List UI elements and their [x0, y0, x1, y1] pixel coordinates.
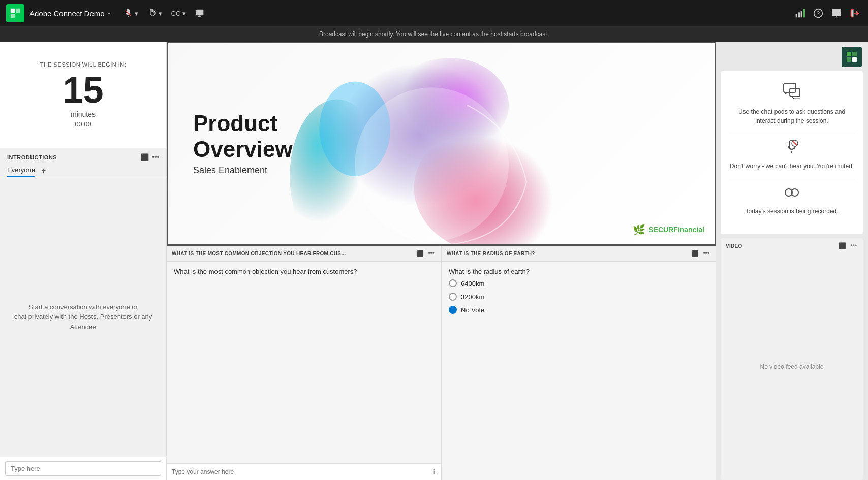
poll-option-3-label: No Vote: [461, 306, 484, 314]
app-logo: [6, 4, 24, 22]
poll-pod-actions: ⬛ •••: [690, 249, 710, 258]
cc-label: CC ▾: [171, 10, 186, 17]
poll-option-2[interactable]: 3200km: [449, 293, 708, 301]
info-muted-section: Don't worry - we can't hear you. You're …: [729, 139, 855, 171]
info-recording-section: Today's session is being recorded.: [729, 184, 855, 216]
qa-pod-actions: ⬛ •••: [415, 249, 436, 258]
info-chat-section: Use the chat pods to ask questions and i…: [729, 81, 855, 125]
timer-label: THE SESSION WILL BEGIN IN:: [40, 61, 127, 68]
poll-pod-header: WHAT IS THE RADIUS OF EARTH? ⬛ •••: [442, 246, 716, 262]
share-button[interactable]: [192, 7, 207, 20]
slide-text-content: Product Overview Sales Enablement: [193, 111, 293, 176]
main-layout: THE SESSION WILL BEGIN IN: 15 minutes 00…: [0, 42, 868, 480]
qa-info-button[interactable]: ℹ: [433, 468, 436, 476]
intro-menu-button[interactable]: •••: [152, 153, 159, 161]
info-chat-text: Use the chat pods to ask questions and i…: [729, 107, 855, 125]
poll-radio-2[interactable]: [449, 293, 457, 301]
poll-question-text: What is the radius of earth?: [442, 262, 716, 279]
video-pod-title: VIDEO: [726, 243, 742, 249]
info-divider-1: [729, 134, 855, 134]
chat-input-wrap: [0, 457, 166, 480]
video-no-feed-text: No video feed available: [760, 363, 824, 370]
qa-pod-header: WHAT IS THE MOST COMMON OBJECTION YOU HE…: [167, 246, 441, 262]
help-button[interactable]: ?: [811, 6, 825, 20]
video-pod: VIDEO ⬛ ••• No video feed available: [721, 238, 863, 480]
slide-area: Product Overview Sales Enablement 🌿 SECU…: [167, 42, 716, 245]
nav-controls: ▾ ▾ CC ▾: [120, 7, 207, 20]
nav-right-controls: ?: [793, 6, 862, 20]
introductions-title: INTRODUCTIONS: [7, 154, 57, 161]
app-title: Adobe Connect Demo: [29, 9, 105, 18]
poll-option-1-label: 6400km: [461, 280, 484, 287]
timer-number: 15: [63, 72, 103, 108]
left-panel: THE SESSION WILL BEGIN IN: 15 minutes 00…: [0, 42, 167, 480]
video-pod-actions: ⬛ •••: [838, 241, 858, 250]
poll-option-2-label: 3200km: [461, 293, 484, 301]
poll-radio-3[interactable]: [449, 306, 457, 314]
svg-rect-9: [801, 11, 802, 17]
svg-rect-13: [832, 10, 841, 16]
mic-button[interactable]: ▾: [120, 7, 141, 20]
poll-expand-button[interactable]: ⬛: [690, 249, 700, 258]
logo-leaf-icon: 🌿: [633, 223, 645, 236]
svg-point-20: [355, 87, 509, 241]
qa-expand-button[interactable]: ⬛: [415, 249, 425, 258]
screen-share-button[interactable]: [829, 6, 844, 20]
svg-rect-0: [11, 9, 15, 13]
svg-rect-1: [16, 9, 20, 13]
poll-option-3[interactable]: No Vote: [449, 306, 708, 314]
chat-input[interactable]: [5, 461, 161, 476]
qa-answer-input[interactable]: [172, 468, 433, 475]
poll-option-1[interactable]: 6400km: [449, 279, 708, 287]
svg-rect-2: [11, 14, 15, 18]
intro-header-actions: ⬛ •••: [141, 153, 159, 161]
exit-button[interactable]: [848, 6, 862, 20]
slide-title: Product Overview: [193, 111, 293, 162]
connect-icon-wrap: [716, 42, 868, 67]
video-pod-header: VIDEO ⬛ •••: [721, 238, 863, 253]
cc-button[interactable]: CC ▾: [168, 8, 189, 19]
poll-pod: WHAT IS THE RADIUS OF EARTH? ⬛ ••• What …: [442, 246, 716, 480]
bottom-row: WHAT IS THE MOST COMMON OBJECTION YOU HE…: [167, 245, 716, 480]
introductions-header: INTRODUCTIONS ⬛ •••: [0, 148, 166, 164]
recording-icon: [729, 184, 855, 204]
app-title-dropdown[interactable]: ▾: [108, 11, 110, 16]
poll-pod-title: WHAT IS THE RADIUS OF EARTH?: [447, 251, 535, 257]
connect-app-icon[interactable]: [842, 47, 862, 67]
poll-radio-1[interactable]: [449, 279, 457, 287]
info-card: Use the chat pods to ask questions and i…: [721, 71, 863, 234]
svg-rect-7: [796, 14, 797, 18]
svg-rect-24: [852, 57, 857, 62]
intro-expand-button[interactable]: ⬛: [141, 153, 149, 161]
broadcast-message: Broadcast will begin shortly. You will s…: [319, 30, 549, 38]
raise-hand-button[interactable]: ▾: [144, 7, 165, 20]
video-expand-button[interactable]: ⬛: [838, 241, 847, 250]
slide-image: Product Overview Sales Enablement 🌿 SECU…: [168, 43, 715, 244]
info-recording-text: Today's session is being recorded.: [729, 207, 855, 216]
poll-menu-button[interactable]: •••: [702, 249, 710, 258]
intro-tab-everyone[interactable]: Everyone: [7, 164, 35, 177]
intro-tab-add-button[interactable]: +: [39, 165, 48, 176]
timer-section: THE SESSION WILL BEGIN IN: 15 minutes 00…: [0, 42, 166, 148]
svg-rect-6: [196, 10, 203, 15]
muted-icon: [729, 139, 855, 158]
svg-rect-23: [847, 57, 851, 62]
info-divider-2: [729, 179, 855, 179]
top-nav: Adobe Connect Demo ▾ ▾ ▾ CC ▾: [0, 0, 868, 26]
intro-body-text: Start a conversation with everyone or ch…: [10, 302, 156, 332]
video-pod-body: No video feed available: [721, 253, 863, 480]
qa-question-text: What is the most common objection you he…: [167, 262, 441, 281]
svg-rect-10: [803, 9, 805, 18]
introductions-body: Start a conversation with everyone or ch…: [0, 177, 166, 457]
signal-button[interactable]: [793, 6, 807, 20]
svg-rect-3: [16, 14, 20, 18]
intro-tabs: Everyone +: [0, 164, 166, 177]
logo-text: SECURFinancial: [648, 226, 704, 234]
qa-pod-title: WHAT IS THE MOST COMMON OBJECTION YOU HE…: [172, 251, 346, 257]
broadcast-bar: Broadcast will begin shortly. You will s…: [0, 26, 868, 42]
video-menu-button[interactable]: •••: [849, 241, 858, 250]
qa-menu-button[interactable]: •••: [427, 249, 436, 258]
svg-text:?: ?: [817, 10, 820, 16]
slide-logo: 🌿 SECURFinancial: [633, 223, 704, 236]
chat-pods-icon: [729, 81, 855, 103]
